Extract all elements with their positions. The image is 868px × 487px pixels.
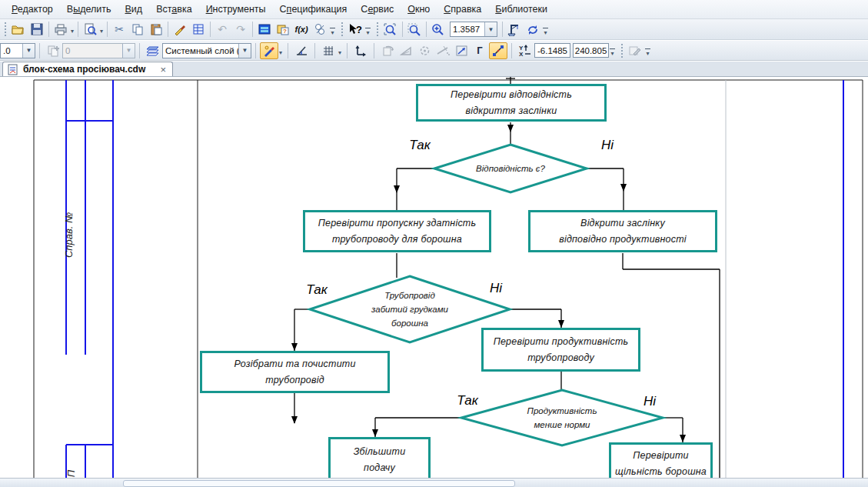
node-check-capacity[interactable]: Перевірити пропускну здатність трубопров… — [303, 210, 491, 252]
redo-button[interactable]: ↷ — [231, 21, 250, 38]
numbering-icon — [314, 23, 326, 35]
cross-line-button[interactable] — [434, 42, 452, 59]
menu-tools[interactable]: Инструменты — [199, 2, 273, 17]
copy-button[interactable] — [128, 21, 147, 38]
layer-stack-icon — [146, 45, 161, 57]
preview-icon — [84, 23, 97, 35]
help-arrow-icon: ? — [348, 23, 362, 35]
style-pen-toggle[interactable] — [260, 42, 278, 59]
y-coordinate-input[interactable]: 240.805 — [573, 43, 609, 58]
zoom-in-button[interactable] — [429, 21, 447, 38]
layer-combo[interactable]: Системный слой (0)▼ — [162, 43, 251, 58]
undo-button[interactable]: ↶ — [213, 21, 231, 38]
zoom-frame-button[interactable] — [381, 21, 400, 38]
line-style-combo[interactable]: .0▼ — [0, 43, 35, 58]
edge-label-yes: Так — [409, 138, 431, 153]
layers-button[interactable] — [144, 42, 162, 59]
template-library-button[interactable] — [505, 21, 524, 38]
chevron-down-icon[interactable]: ▼ — [238, 44, 251, 58]
edge-label-no: Ні — [490, 281, 502, 296]
open-button[interactable] — [9, 21, 28, 38]
menu-select[interactable]: Выделить — [60, 2, 118, 17]
menu-help[interactable]: Справка — [437, 2, 488, 17]
zoom-scale-combo[interactable]: 1.3587▼ — [450, 22, 497, 37]
paste-button[interactable] — [147, 21, 165, 38]
toolbar-overflow[interactable]: ▾ — [330, 28, 335, 36]
node-open-gate[interactable]: Відкрити заслінку відповідно продуктивно… — [528, 210, 717, 252]
numbering-button[interactable] — [311, 21, 329, 38]
node-check-density[interactable]: Перевірити щільність борошна — [609, 442, 713, 478]
document-tab[interactable]: блок-схема просіювач.cdw × — [2, 62, 173, 76]
chevron-down-icon[interactable]: ▼ — [22, 44, 35, 58]
local-axes-button[interactable] — [351, 42, 370, 59]
zoom-area-button[interactable] — [405, 21, 424, 38]
menu-specification[interactable]: Спецификация — [273, 2, 354, 17]
perpendicular-button[interactable] — [292, 42, 311, 59]
toolbar-overflow[interactable]: ▾ — [645, 48, 650, 57]
svg-text:?: ? — [283, 28, 287, 35]
print-dropdown[interactable]: ▾ — [71, 28, 74, 35]
spreadsheet-button[interactable] — [189, 21, 208, 38]
toolbar-drag-handle[interactable] — [621, 44, 623, 58]
node-check-productivity[interactable]: Перевірити продуктивність трубопроводу — [481, 328, 640, 372]
style-pen-icon — [263, 45, 275, 57]
print-button[interactable] — [52, 21, 70, 38]
svg-text:X: X — [519, 51, 524, 57]
toolbar-drag-handle[interactable] — [5, 22, 6, 36]
toolbar-overflow[interactable]: ▾ — [543, 28, 548, 36]
library-manager-button[interactable]: ? — [274, 21, 292, 38]
slope-button[interactable] — [397, 42, 415, 59]
preview-dropdown[interactable]: ▾ — [100, 28, 103, 35]
zoom-scale-value: 1.3587 — [451, 25, 484, 34]
scrollbar-thumb[interactable] — [123, 480, 515, 487]
zoom-area-icon — [407, 23, 421, 36]
toolbar-overflow[interactable]: ▾ — [610, 48, 615, 57]
document-tab-bar: блок-схема просіювач.cdw × — [0, 62, 868, 77]
copy-properties-pen-button[interactable] — [626, 42, 644, 59]
grid-button[interactable] — [319, 42, 338, 59]
toolbar-drag-handle[interactable] — [341, 22, 343, 36]
horizontal-scrollbar[interactable] — [0, 478, 868, 487]
ortho-button[interactable]: Г — [471, 42, 489, 59]
cut-button[interactable]: ✂ — [110, 21, 128, 38]
round-target-button[interactable] — [415, 42, 434, 59]
node-increase-feed[interactable]: Збільшити подачу — [328, 437, 431, 478]
save-button[interactable] — [28, 21, 46, 38]
copy-style-button[interactable] — [171, 21, 189, 38]
menu-insert[interactable]: Вставка — [149, 2, 198, 17]
chevron-down-icon[interactable]: ▼ — [484, 22, 497, 36]
toolbar-overflow[interactable]: ▾ — [365, 28, 371, 36]
menu-window[interactable]: Окно — [401, 2, 437, 17]
style-pen-dropdown[interactable]: ▾ — [279, 50, 282, 56]
printer-icon — [54, 23, 68, 35]
kompas-window: Редактор Выделить Вид Вставка Инструмент… — [0, 0, 868, 487]
node-disassemble[interactable]: Розібрати та почистити трубопровід — [200, 351, 390, 393]
drawing-canvas[interactable]: Справ. № П Перевірити відповідність відк… — [0, 77, 868, 478]
rebuild-button[interactable] — [524, 21, 542, 38]
insert-function-button[interactable]: f(x) — [292, 21, 311, 38]
menu-service[interactable]: Сервис — [354, 2, 401, 17]
rotate-doc-button[interactable] — [378, 42, 397, 59]
x-coordinate-input[interactable]: -6.1485 — [534, 43, 570, 58]
print-preview-button[interactable] — [81, 21, 99, 38]
copy-properties-button[interactable] — [44, 42, 62, 59]
slope-icon — [400, 45, 413, 57]
menu-libraries[interactable]: Библиотеки — [488, 2, 554, 17]
coords-button[interactable]: YX — [516, 42, 534, 59]
tab-title: блок-схема просіювач.cdw — [23, 64, 158, 75]
context-help-button[interactable]: ? — [346, 21, 364, 38]
snap-toggle[interactable] — [489, 42, 507, 59]
properties-pen-icon — [628, 45, 642, 57]
node-check-gate[interactable]: Перевірити відповідність відкриття заслі… — [416, 84, 607, 122]
grid-dropdown[interactable]: ▾ — [338, 50, 341, 56]
menu-editor[interactable]: Редактор — [5, 2, 60, 17]
toolbar-drag-handle[interactable] — [377, 22, 378, 36]
decision-shapes[interactable] — [310, 145, 663, 445]
paste-icon — [150, 23, 162, 35]
cross-line-icon — [436, 45, 450, 57]
variables-button[interactable] — [255, 21, 274, 38]
copy-properties-icon — [47, 45, 60, 57]
tab-close-icon[interactable]: × — [158, 65, 168, 75]
diagonal-arrow-button[interactable] — [452, 42, 471, 59]
menu-view[interactable]: Вид — [118, 2, 150, 17]
